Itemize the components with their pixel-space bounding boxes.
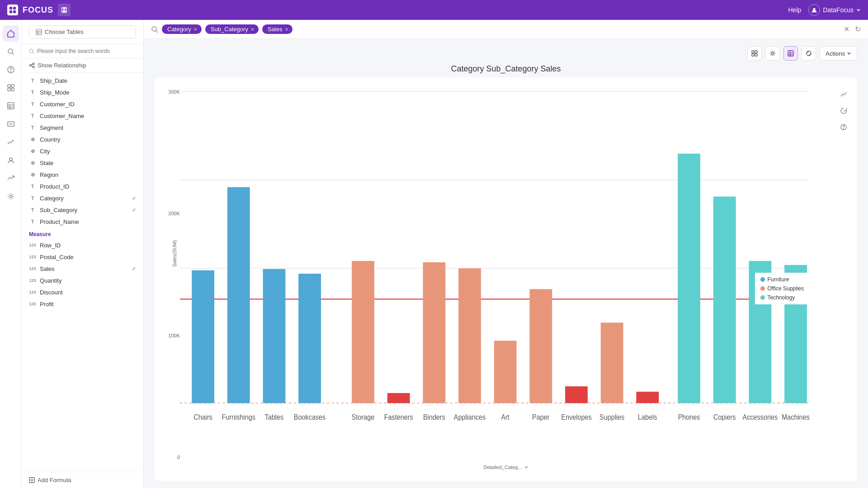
left-panel-header: Choose Tables <box>22 20 143 44</box>
choose-tables-button[interactable]: Choose Tables <box>29 25 136 38</box>
add-formula-button[interactable]: Add Formula <box>22 472 143 488</box>
field-item-ship-mode[interactable]: T Ship_Mode <box>22 86 143 98</box>
x-axis-label: Detailed_Categ... <box>484 464 522 470</box>
user-name: DataFocus <box>823 6 854 14</box>
number-type-icon: 123 <box>29 253 36 261</box>
geo-type-icon: ⊕ <box>29 159 36 166</box>
topnav: FOCUS Help DataFocus <box>0 0 868 20</box>
svg-rect-40 <box>752 51 754 53</box>
sidebar-item-grid[interactable] <box>3 80 19 96</box>
actions-button[interactable]: Actions <box>820 46 857 61</box>
chart-settings-button[interactable] <box>765 46 780 61</box>
field-item-customer-name[interactable]: T Customer_Name <box>22 110 143 122</box>
field-item-city[interactable]: ⊕ City <box>22 145 143 157</box>
chart-grid-button[interactable] <box>783 46 798 61</box>
field-name: Country <box>40 136 61 143</box>
chart-line-view-button[interactable] <box>837 88 850 101</box>
svg-line-29 <box>33 52 34 53</box>
field-item-country[interactable]: ⊕ Country <box>22 133 143 145</box>
field-item-discount[interactable]: 123 Discount <box>22 286 143 298</box>
bar-envelopes <box>565 386 588 403</box>
chevron-down-icon <box>847 51 851 56</box>
svg-point-11 <box>10 71 11 72</box>
sidebar-item-chart[interactable] <box>3 134 19 150</box>
show-relationship-toggle[interactable]: Show Relationship <box>22 58 143 73</box>
field-item-state[interactable]: ⊕ State <box>22 157 143 169</box>
field-item-segment[interactable]: T Segment <box>22 122 143 133</box>
svg-line-33 <box>31 64 33 66</box>
text-type-icon: T <box>29 194 36 202</box>
field-item-region[interactable]: ⊕ Region <box>22 169 143 180</box>
bar-tables <box>263 269 286 403</box>
x-label-art: Art <box>501 413 509 422</box>
field-item-profit[interactable]: 123 Profit <box>22 298 143 310</box>
field-search-input[interactable] <box>37 48 136 54</box>
sidebar-item-question[interactable] <box>3 62 19 78</box>
user-avatar-icon <box>808 4 820 16</box>
field-item-customer-id[interactable]: T Customer_ID <box>22 98 143 110</box>
search-refresh-button[interactable]: ↻ <box>855 25 861 33</box>
field-name: Sub_Category <box>40 207 77 213</box>
bar-phones <box>678 154 700 403</box>
legend-dot-office-supplies <box>760 286 765 291</box>
legend-item-office-supplies: Office Supplies <box>760 285 804 292</box>
tag-category-close[interactable]: × <box>194 26 197 33</box>
field-item-product-id[interactable]: T Product_ID <box>22 180 143 192</box>
y-axis: 300K 200K 100K 0 <box>162 85 180 474</box>
search-icon-button[interactable] <box>151 26 158 33</box>
svg-rect-13 <box>11 85 14 87</box>
choose-tables-label: Choose Tables <box>45 28 84 35</box>
tag-label: Sales <box>268 26 283 33</box>
chart-help-button[interactable] <box>837 121 850 133</box>
svg-point-22 <box>9 158 12 161</box>
save-button[interactable] <box>58 4 71 16</box>
sidebar-item-table[interactable] <box>3 98 19 114</box>
legend-label-furniture: Furniture <box>768 276 789 283</box>
chart-toolbar: Actions <box>155 46 857 61</box>
field-item-sales[interactable]: 123 Sales ✓ <box>22 263 143 275</box>
x-label-paper: Paper <box>532 413 549 422</box>
field-item-category[interactable]: T Category ✓ <box>22 192 143 204</box>
x-label-copiers: Copiers <box>713 413 736 422</box>
sidebar-item-minus[interactable] <box>3 116 19 132</box>
measure-section-label: Measure <box>22 227 143 239</box>
chart-refresh-button[interactable] <box>837 104 850 117</box>
bar-appliances <box>458 268 481 403</box>
field-item-ship-date[interactable]: T Ship_Date <box>22 75 143 86</box>
sidebar-item-home[interactable] <box>3 25 19 42</box>
number-type-icon: 123 <box>29 300 36 308</box>
bar-chairs <box>192 270 214 403</box>
svg-rect-15 <box>11 88 14 91</box>
field-name: Discount <box>40 289 63 296</box>
app-logo-icon <box>7 5 18 15</box>
tag-sales-close[interactable]: × <box>285 26 288 33</box>
user-menu[interactable]: DataFocus <box>808 4 861 16</box>
search-clear-button[interactable]: ✕ <box>844 25 849 33</box>
bar-copiers <box>713 197 736 403</box>
svg-rect-5 <box>63 8 65 9</box>
field-item-quantity[interactable]: 123 Quantity <box>22 275 143 286</box>
chart-svg-container: Sales(SUM) <box>180 85 832 474</box>
svg-line-39 <box>156 31 158 33</box>
field-item-sub-category[interactable]: T Sub_Category ✓ <box>22 204 143 216</box>
x-label-machines: Machines <box>782 413 810 422</box>
help-link[interactable]: Help <box>788 6 802 14</box>
field-item-product-name[interactable]: T Product_Name <box>22 216 143 227</box>
sidebar-item-settings[interactable] <box>3 188 19 204</box>
sidebar-item-search[interactable] <box>3 43 19 60</box>
sidebar-item-user[interactable] <box>3 152 19 168</box>
legend-item-furniture: Furniture <box>760 276 804 283</box>
text-type-icon: T <box>29 183 36 190</box>
main-layout: Choose Tables Show Relationship T Ship_D… <box>0 20 868 488</box>
chart-type-card-button[interactable] <box>747 46 762 61</box>
chart-view-button[interactable] <box>802 46 816 61</box>
field-item-postal-code[interactable]: 123 Postal_Code <box>22 251 143 263</box>
left-panel: Choose Tables Show Relationship T Ship_D… <box>22 20 144 488</box>
tag-sub-category-close[interactable]: × <box>251 26 254 33</box>
legend-label-technology: Technology <box>768 294 795 301</box>
check-icon: ✓ <box>132 266 136 272</box>
svg-point-30 <box>29 65 31 66</box>
main-content: Category × Sub_Category × Sales × ✕ ↻ <box>144 20 868 488</box>
sidebar-item-trend[interactable] <box>3 170 19 186</box>
field-item-row-id[interactable]: 123 Row_ID <box>22 239 143 251</box>
